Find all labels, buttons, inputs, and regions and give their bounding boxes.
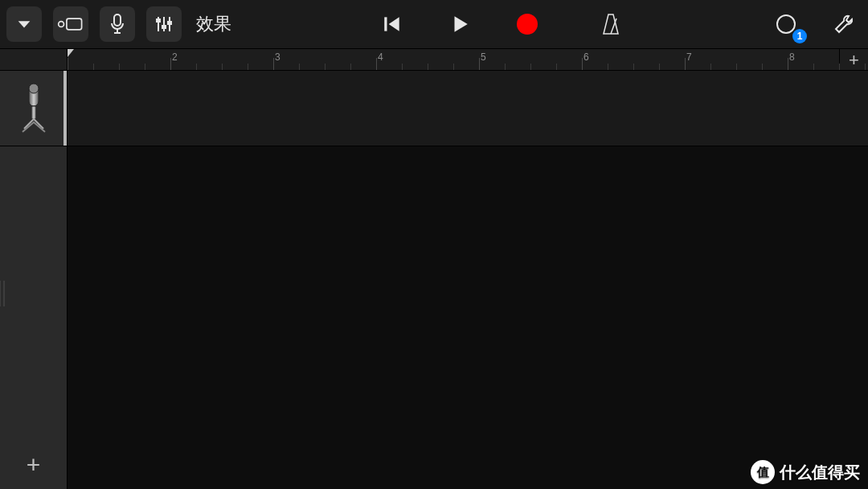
loop-browser-button[interactable]: 1 [768,6,804,42]
ruler-tick-minor [93,64,94,70]
ruler-bar-label: 3 [275,51,280,63]
add-track-button[interactable]: + [16,447,51,483]
ruler-tick-minor [119,64,120,70]
ruler-bar-label: 2 [172,51,178,63]
ruler-tick-minor [453,64,454,70]
chevron-down-icon [15,15,33,33]
ruler-tick-minor [402,64,403,70]
ruler-tick-minor [839,64,840,70]
svg-rect-9 [29,84,39,93]
svg-rect-3 [157,19,160,22]
ruler-tick-minor [530,64,531,70]
ruler-tick-major [68,58,68,70]
ruler-tick-minor [633,64,634,70]
timeline-ruler[interactable]: + 2345678 [68,49,868,71]
microphone-button[interactable] [100,6,135,42]
sidebar-ruler-spacer [0,49,67,71]
play-button[interactable] [442,6,477,42]
ruler-tick-minor [813,64,814,70]
track-header[interactable] [0,71,67,146]
playhead[interactable] [68,49,74,57]
plus-icon: + [849,50,859,71]
ruler-tick-minor [350,64,351,70]
loop-badge: 1 [792,29,807,43]
ruler-tick-minor [762,64,763,70]
svg-rect-5 [168,22,171,24]
ruler-tick-major [582,58,583,70]
ruler-tick-major [170,58,171,70]
tracks-view-button[interactable] [53,6,88,42]
ruler-tick-minor [222,64,223,70]
menu-button[interactable] [6,6,42,42]
ruler-bar-label: 5 [481,51,486,63]
track-lane[interactable] [68,71,868,146]
sidebar-drag-handle[interactable] [0,277,6,310]
svg-rect-1 [67,18,82,30]
ruler-tick-minor [505,64,506,70]
rewind-button[interactable] [375,6,410,42]
ruler-tick-major [479,58,480,70]
svg-point-7 [777,15,795,33]
metronome-button[interactable] [593,6,628,42]
add-section-button[interactable]: + [839,49,868,71]
ruler-tick-minor [659,64,660,70]
condenser-mic-icon [19,80,48,137]
track-lanes[interactable] [68,71,868,489]
ruler-tick-major [685,58,686,70]
toolbar: 效果 [0,0,868,49]
svg-rect-2 [114,14,121,26]
ruler-tick-minor [325,64,326,70]
rewind-icon [382,14,403,35]
play-icon [449,14,470,35]
mixer-button[interactable] [146,6,182,42]
tracks-view-icon [57,15,84,33]
plus-icon: + [27,451,41,479]
mixer-icon [154,14,174,34]
ruler-tick-minor [608,64,608,70]
svg-rect-6 [384,17,387,31]
record-icon [517,14,538,35]
wrench-icon [833,13,855,35]
ruler-bar-label: 7 [686,51,692,63]
ruler-tick-minor [196,64,197,70]
ruler-tick-minor [736,64,737,70]
metronome-icon [599,12,623,36]
ruler-tick-minor [145,64,145,70]
record-button[interactable] [510,6,545,42]
ruler-bar-label: 8 [789,51,795,63]
effects-label[interactable]: 效果 [193,12,235,36]
track-sidebar: + [0,49,68,489]
ruler-bar-label: 4 [378,51,383,63]
ruler-tick-minor [710,64,711,70]
ruler-tick-minor [248,64,248,70]
ruler-tick-major [273,58,274,70]
ruler-tick-major [376,58,377,70]
ruler-tick-minor [299,64,300,70]
ruler-tick-minor [556,64,557,70]
ruler-bar-label: 6 [583,51,589,63]
microphone-icon [109,14,125,35]
settings-button[interactable] [826,6,862,42]
svg-point-0 [59,22,64,27]
ruler-tick-major [788,58,788,70]
ruler-tick-minor [865,64,866,70]
ruler-tick-minor [428,64,428,70]
svg-rect-4 [162,26,166,28]
svg-rect-10 [31,106,36,119]
